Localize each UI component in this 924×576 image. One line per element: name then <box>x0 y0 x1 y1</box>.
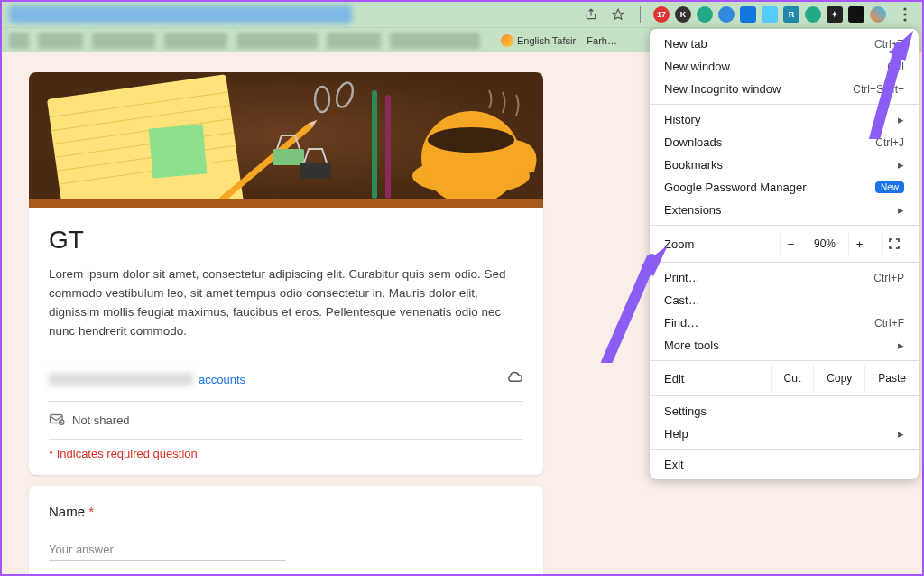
svg-marker-0 <box>613 9 624 19</box>
question-card: Name * <box>29 486 543 576</box>
svg-rect-21 <box>385 95 391 199</box>
menu-more-tools[interactable]: More tools▸ <box>650 334 919 357</box>
chevron-right-icon: ▸ <box>898 339 904 352</box>
extension-icon[interactable] <box>718 6 735 23</box>
chevron-right-icon: ▸ <box>898 427 904 441</box>
chrome-menu: New tabCtrl+T New windowCtrl New Incogni… <box>650 29 919 479</box>
answer-input[interactable] <box>49 539 286 561</box>
form-description: Lorem ipsum dolor sit amet, consectetur … <box>49 265 523 341</box>
form-title: GT <box>49 226 523 255</box>
extension-icon[interactable]: R <box>783 6 799 23</box>
required-notice: * Indicates required question <box>49 439 523 460</box>
bookmark-item[interactable] <box>9 33 29 49</box>
bookmark-item[interactable] <box>164 33 227 49</box>
share-icon[interactable] <box>582 5 600 23</box>
puzzle-icon[interactable]: ✦ <box>827 6 843 23</box>
menu-exit[interactable]: Exit <box>650 453 919 476</box>
star-icon[interactable] <box>609 5 627 23</box>
form-header-card: GT Lorem ipsum dolor sit amet, consectet… <box>29 208 543 475</box>
svg-rect-17 <box>300 163 331 179</box>
menu-bookmarks[interactable]: Bookmarks▸ <box>650 153 919 176</box>
bookmark-item[interactable] <box>390 33 480 49</box>
switch-accounts-link[interactable]: accounts <box>199 373 245 386</box>
extension-icon[interactable] <box>762 6 778 23</box>
form-banner <box>29 72 543 199</box>
accent-bar <box>29 199 543 208</box>
menu-cast[interactable]: Cast… <box>650 289 919 311</box>
fullscreen-button[interactable] <box>882 233 904 255</box>
menu-zoom-row: Zoom − 90% + <box>650 229 919 258</box>
zoom-out-button[interactable]: − <box>780 233 801 255</box>
form-container: GT Lorem ipsum dolor sit amet, consectet… <box>29 72 543 576</box>
menu-help[interactable]: Help▸ <box>650 423 919 445</box>
zoom-value: 90% <box>808 237 841 250</box>
menu-incognito[interactable]: New Incognito windowCtrl+Shift+ <box>650 78 919 100</box>
favicon <box>501 34 513 47</box>
extension-icon[interactable]: K <box>675 6 691 23</box>
menu-extensions[interactable]: Extensions▸ <box>650 199 919 221</box>
account-row: accounts <box>49 358 523 402</box>
svg-point-24 <box>428 127 514 153</box>
svg-point-2 <box>903 13 906 15</box>
menu-history[interactable]: History▸ <box>650 108 919 131</box>
menu-edit-row: Edit Cut Copy Paste <box>650 365 919 392</box>
shared-icon <box>49 413 65 428</box>
extension-icon[interactable]: 17 <box>653 6 670 23</box>
svg-point-1 <box>903 7 906 10</box>
bookmark-item[interactable] <box>38 33 83 49</box>
bookmark-item[interactable] <box>236 33 318 49</box>
profile-avatar[interactable] <box>870 6 886 23</box>
extension-icon[interactable] <box>740 6 756 23</box>
menu-new-window[interactable]: New windowCtrl <box>650 55 919 78</box>
tab-label[interactable]: English Tafsir – Farh… <box>501 34 617 47</box>
extension-icon[interactable] <box>697 6 713 23</box>
required-star: * <box>88 504 94 519</box>
svg-rect-12 <box>149 124 208 178</box>
menu-new-tab[interactable]: New tabCtrl+T <box>650 33 919 55</box>
zoom-in-button[interactable]: + <box>848 233 870 255</box>
chevron-right-icon: ▸ <box>898 113 904 126</box>
paste-button[interactable]: Paste <box>864 365 919 392</box>
svg-rect-16 <box>273 149 304 165</box>
chevron-right-icon: ▸ <box>898 203 904 217</box>
address-bar[interactable] <box>9 5 352 23</box>
browser-toolbar: 17 K R ✦ <box>2 2 922 27</box>
shared-row: Not shared <box>49 402 523 439</box>
bookmark-item[interactable] <box>92 33 155 49</box>
account-email-redacted <box>49 373 193 386</box>
svg-point-3 <box>903 18 906 21</box>
menu-downloads[interactable]: DownloadsCtrl+J <box>650 131 919 153</box>
extension-icon[interactable] <box>805 6 821 23</box>
copy-button[interactable]: Copy <box>813 365 864 392</box>
question-label: Name * <box>49 504 523 519</box>
menu-find[interactable]: Find…Ctrl+F <box>650 311 919 334</box>
bookmark-item[interactable] <box>327 33 381 49</box>
menu-print[interactable]: Print…Ctrl+P <box>650 266 919 289</box>
menu-settings[interactable]: Settings <box>650 400 919 423</box>
extension-icon[interactable] <box>848 6 864 23</box>
menu-password-manager[interactable]: Google Password ManagerNew <box>650 176 919 199</box>
cut-button[interactable]: Cut <box>771 365 814 392</box>
svg-rect-20 <box>372 90 377 199</box>
menu-button[interactable] <box>895 5 915 24</box>
chevron-right-icon: ▸ <box>898 158 904 172</box>
extensions-row: 17 K R ✦ <box>653 6 886 23</box>
cloud-icon <box>505 369 523 390</box>
